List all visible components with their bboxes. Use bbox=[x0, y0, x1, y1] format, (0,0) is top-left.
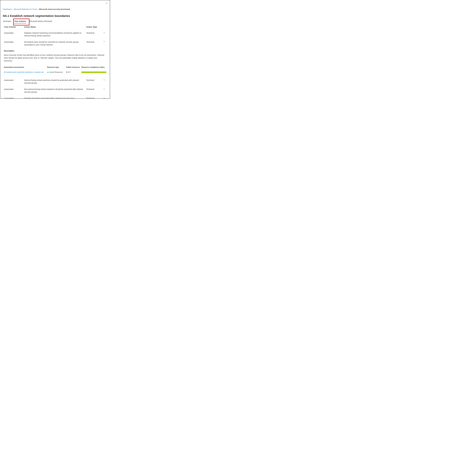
resource-cube-icon bbox=[47, 71, 49, 73]
chevron-right-icon: › bbox=[38, 8, 38, 10]
cell-your-actions: Automated bbox=[4, 32, 24, 34]
cell-your-actions: Automated bbox=[4, 88, 24, 91]
assess-col-failed: Failed resources bbox=[66, 66, 81, 68]
cell-action-type: Technical bbox=[86, 32, 102, 34]
chevron-down-icon bbox=[103, 97, 105, 99]
assessment-rtype: Azure Resources bbox=[50, 71, 63, 73]
action-row[interactable]: Automated Non-internet-facing virtual ma… bbox=[3, 86, 107, 95]
page-title: NS.1 Establish network segmentation boun… bbox=[3, 14, 107, 17]
cell-action-type: Technical bbox=[86, 79, 102, 82]
breadcrumb-dashboard-link[interactable]: Dashboard bbox=[3, 8, 12, 10]
breadcrumb-current: Microsoft cloud security benchmark bbox=[39, 8, 70, 10]
column-header-action-name: Action Name bbox=[24, 26, 86, 28]
action-row[interactable]: Automated Internet-facing virtual machin… bbox=[3, 77, 107, 86]
column-header-action-type: Action Type bbox=[86, 26, 102, 28]
cell-your-actions: Automated bbox=[4, 79, 24, 82]
assess-col-rtype: Resource type bbox=[47, 66, 66, 68]
assessment-row[interactable]: All network ports should be restricted o… bbox=[4, 70, 106, 75]
assessment-link[interactable]: All network ports should be restricted o… bbox=[4, 71, 44, 73]
cell-action-name: Subnets should be associated with a netw… bbox=[24, 97, 86, 99]
cell-action-name: Non-internet-facing virtual machines sho… bbox=[24, 88, 86, 93]
blade-panel: Dashboard › Microsoft Defender for Cloud… bbox=[0, 0, 110, 99]
expand-toggle[interactable] bbox=[102, 97, 106, 99]
chevron-down-icon bbox=[103, 32, 105, 34]
cell-action-type: Technical bbox=[86, 41, 102, 43]
expand-toggle[interactable] bbox=[102, 41, 106, 43]
close-button[interactable] bbox=[105, 2, 108, 5]
column-header-your-actions: Your Actions bbox=[4, 26, 24, 28]
row-detail-panel: Description Azure Security Center has id… bbox=[3, 48, 107, 77]
breadcrumb-defender-link[interactable]: Microsoft Defender for Cloud bbox=[14, 8, 37, 10]
tab-microsoft-actions[interactable]: Microsoft Actions (Preview) bbox=[29, 20, 52, 23]
chevron-down-icon bbox=[103, 88, 105, 90]
cell-action-type: Technical bbox=[86, 88, 102, 91]
action-row[interactable]: Automated Subnets should be associated w… bbox=[3, 95, 107, 99]
expand-toggle[interactable] bbox=[102, 32, 106, 34]
cell-action-name: Internet-facing virtual machines should … bbox=[24, 79, 86, 84]
compliance-bar bbox=[81, 71, 106, 73]
action-row[interactable]: Automated Adaptive network hardening rec… bbox=[3, 30, 107, 39]
detail-description: Azure Security Center has identified som… bbox=[4, 54, 106, 62]
tab-overview[interactable]: Overview bbox=[3, 20, 11, 23]
chevron-up-icon bbox=[103, 41, 105, 43]
cell-action-name: All network ports should be restricted o… bbox=[24, 41, 86, 46]
assessment-failed: 0 of 0 bbox=[66, 71, 81, 73]
chevron-right-icon: › bbox=[13, 8, 13, 10]
cell-action-name: Adaptive network hardening recommendatio… bbox=[24, 32, 86, 37]
assessments-header: Automated assessments Resource type Fail… bbox=[4, 65, 106, 70]
detail-heading: Description bbox=[4, 50, 106, 52]
breadcrumb: Dashboard › Microsoft Defender for Cloud… bbox=[3, 8, 107, 10]
action-row[interactable]: Automated All network ports should be re… bbox=[3, 39, 107, 48]
close-icon bbox=[105, 2, 108, 4]
expand-toggle[interactable] bbox=[102, 79, 106, 81]
cell-action-type: Technical bbox=[86, 97, 102, 99]
tab-bar: Overview Your Actions Microsoft Actions … bbox=[3, 20, 107, 23]
chevron-down-icon bbox=[103, 79, 105, 81]
tab-your-actions[interactable]: Your Actions bbox=[14, 20, 26, 23]
cell-your-actions: Automated bbox=[4, 41, 24, 43]
assess-col-status: Resource compliance status bbox=[81, 66, 106, 68]
assess-col-name: Automated assessments bbox=[4, 66, 47, 68]
expand-toggle[interactable] bbox=[102, 88, 106, 90]
cell-your-actions: Automated bbox=[4, 97, 24, 99]
table-header: Your Actions Action Name Action Type bbox=[3, 25, 107, 30]
